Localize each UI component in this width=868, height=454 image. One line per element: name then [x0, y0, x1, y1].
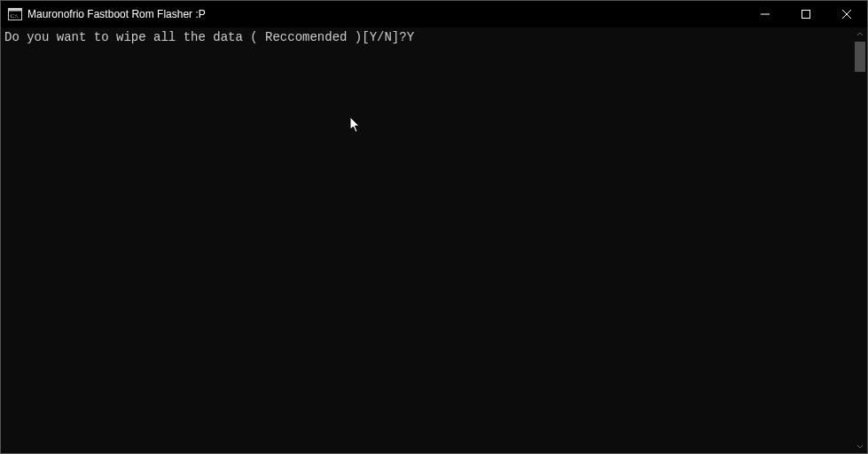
window-titlebar: C:\ Mauronofrio Fastboot Rom Flasher :P [1, 1, 867, 27]
svg-text:C:\: C:\ [11, 12, 19, 20]
window-controls [745, 1, 867, 27]
console-output[interactable]: Do you want to wipe all the data ( Recco… [1, 27, 853, 453]
console-prompt: Do you want to wipe all the data ( Recco… [4, 30, 407, 44]
svg-rect-1 [9, 9, 22, 12]
scroll-down-arrow[interactable] [853, 439, 867, 453]
vertical-scrollbar[interactable] [853, 27, 867, 453]
minimize-button[interactable] [745, 1, 786, 27]
scroll-thumb[interactable] [855, 42, 865, 72]
svg-rect-4 [802, 11, 810, 19]
window-title: Mauronofrio Fastboot Rom Flasher :P [27, 8, 206, 20]
scroll-up-arrow[interactable] [853, 27, 867, 42]
console-area: Do you want to wipe all the data ( Recco… [1, 27, 867, 453]
maximize-button[interactable] [786, 1, 826, 27]
cmd-icon: C:\ [8, 7, 22, 21]
console-input: Y [407, 30, 414, 44]
close-button[interactable] [826, 1, 867, 27]
